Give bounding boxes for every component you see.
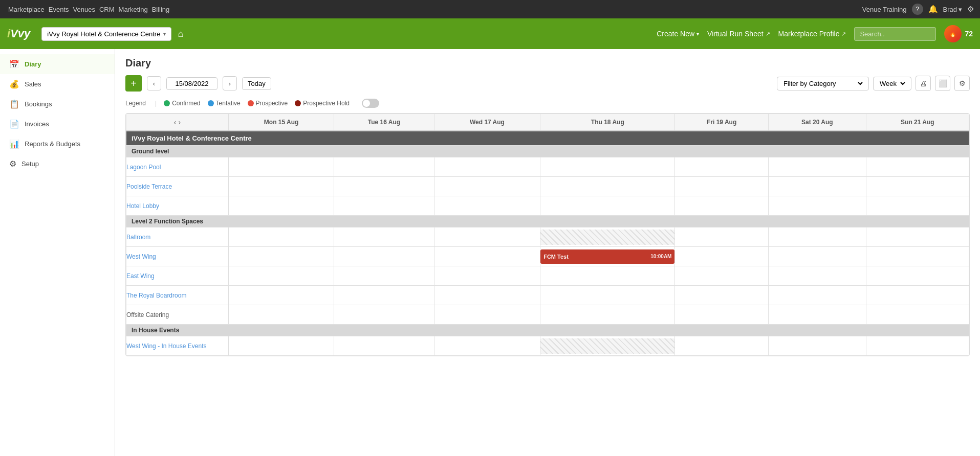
cal-cell[interactable] bbox=[675, 266, 768, 286]
cal-cell[interactable] bbox=[768, 286, 866, 305]
cal-cell[interactable] bbox=[229, 157, 334, 177]
cal-cell[interactable] bbox=[675, 196, 768, 216]
sidebar-item-reports--budgets[interactable]: 📊 Reports & Budgets bbox=[0, 134, 115, 154]
cal-cell[interactable] bbox=[434, 266, 540, 286]
top-nav-link-events[interactable]: Events bbox=[47, 2, 71, 17]
cal-cell[interactable] bbox=[334, 177, 434, 196]
cal-cell[interactable] bbox=[675, 157, 768, 177]
cal-cell[interactable] bbox=[540, 266, 675, 286]
cal-cell[interactable] bbox=[866, 336, 969, 356]
cal-cell[interactable] bbox=[434, 247, 540, 266]
top-nav-link-crm[interactable]: CRM bbox=[97, 2, 117, 17]
cal-cell[interactable] bbox=[540, 177, 675, 196]
next-date-button[interactable]: › bbox=[223, 76, 237, 90]
bell-icon[interactable]: 🔔 bbox=[928, 5, 938, 14]
sidebar-item-bookings[interactable]: 📋 Bookings bbox=[0, 94, 115, 114]
cal-cell[interactable] bbox=[434, 227, 540, 247]
prev-date-button[interactable]: ‹ bbox=[147, 76, 161, 90]
cal-cell[interactable] bbox=[334, 305, 434, 325]
cal-cell[interactable] bbox=[768, 305, 866, 325]
cal-cell[interactable] bbox=[334, 336, 434, 356]
cal-cell[interactable] bbox=[866, 305, 969, 325]
cal-cell[interactable] bbox=[768, 336, 866, 356]
cal-cell[interactable] bbox=[334, 227, 434, 247]
cal-cell[interactable] bbox=[540, 336, 675, 356]
cal-cell[interactable] bbox=[229, 177, 334, 196]
cal-cell[interactable] bbox=[434, 336, 540, 356]
legend-toggle[interactable] bbox=[362, 99, 379, 108]
export-button[interactable]: ⬜ bbox=[935, 76, 950, 91]
cal-cell[interactable] bbox=[434, 196, 540, 216]
cal-cell[interactable] bbox=[229, 196, 334, 216]
cal-cell[interactable] bbox=[229, 305, 334, 325]
cal-next-arrow[interactable]: › bbox=[179, 118, 181, 126]
cal-cell[interactable] bbox=[675, 336, 768, 356]
cal-cell[interactable] bbox=[434, 305, 540, 325]
cal-cell[interactable] bbox=[675, 305, 768, 325]
toggle-switch[interactable] bbox=[362, 99, 379, 108]
cal-cell[interactable] bbox=[334, 266, 434, 286]
cal-cell[interactable] bbox=[768, 196, 866, 216]
filter-category-dropdown[interactable]: Filter by Category Option 1 Option 2 bbox=[781, 79, 864, 88]
cal-cell[interactable] bbox=[434, 177, 540, 196]
view-dropdown[interactable]: Week Day Month bbox=[878, 79, 907, 88]
top-nav-link-venues[interactable]: Venues bbox=[71, 2, 97, 17]
settings-gear-icon[interactable]: ⚙ bbox=[967, 5, 974, 14]
sidebar-item-sales[interactable]: 💰 Sales bbox=[0, 74, 115, 94]
today-button[interactable]: Today bbox=[242, 77, 271, 90]
cal-cell[interactable] bbox=[675, 286, 768, 305]
add-button[interactable]: + bbox=[125, 75, 142, 92]
cal-cell[interactable] bbox=[229, 336, 334, 356]
top-nav-link-marketing[interactable]: Marketing bbox=[117, 2, 150, 17]
venue-selector[interactable]: iVvy Royal Hotel & Conference Centre ▾ bbox=[41, 27, 171, 41]
top-nav-link-billing[interactable]: Billing bbox=[150, 2, 172, 17]
cal-cell[interactable] bbox=[675, 177, 768, 196]
filter-category-select[interactable]: Filter by Category Option 1 Option 2 bbox=[777, 77, 869, 90]
cal-cell[interactable] bbox=[866, 196, 969, 216]
user-menu[interactable]: Brad ▾ bbox=[943, 6, 962, 13]
cal-cell[interactable] bbox=[768, 227, 866, 247]
cal-cell[interactable] bbox=[229, 266, 334, 286]
cal-cell[interactable] bbox=[866, 247, 969, 266]
cal-cell[interactable] bbox=[229, 227, 334, 247]
cal-cell[interactable] bbox=[434, 157, 540, 177]
search-input[interactable] bbox=[854, 27, 936, 41]
cal-cell[interactable] bbox=[334, 247, 434, 266]
cal-cell[interactable] bbox=[540, 286, 675, 305]
cal-cell[interactable] bbox=[540, 305, 675, 325]
cal-cell[interactable] bbox=[768, 177, 866, 196]
create-new-button[interactable]: Create New ▾ bbox=[657, 30, 699, 38]
home-icon[interactable]: ⌂ bbox=[178, 29, 183, 39]
cal-cell[interactable] bbox=[675, 247, 768, 266]
sidebar-item-setup[interactable]: ⚙ Setup bbox=[0, 154, 115, 174]
print-button[interactable]: 🖨 bbox=[916, 76, 931, 91]
cal-cell[interactable] bbox=[768, 157, 866, 177]
cal-cell[interactable] bbox=[540, 196, 675, 216]
settings-button[interactable]: ⚙ bbox=[954, 76, 970, 91]
cal-cell[interactable] bbox=[540, 157, 675, 177]
help-icon[interactable]: ? bbox=[912, 4, 923, 15]
view-select[interactable]: Week Day Month bbox=[873, 77, 911, 90]
cal-cell[interactable] bbox=[334, 157, 434, 177]
top-nav-link-marketplace[interactable]: Marketplace bbox=[6, 2, 47, 17]
sidebar-item-invoices[interactable]: 📄 Invoices bbox=[0, 114, 115, 134]
cal-cell[interactable] bbox=[866, 157, 969, 177]
cal-prev-arrow[interactable]: ‹ bbox=[174, 118, 177, 126]
marketplace-profile-button[interactable]: Marketplace Profile ↗ bbox=[778, 30, 846, 38]
sidebar-item-diary[interactable]: 📅 Diary bbox=[0, 54, 115, 74]
room-name-link[interactable]: The Royal Boardroom bbox=[126, 292, 186, 299]
cal-cell[interactable] bbox=[540, 227, 675, 247]
cal-cell[interactable] bbox=[866, 227, 969, 247]
cal-cell[interactable] bbox=[768, 247, 866, 266]
event-block[interactable]: FCM Test 10:00AM bbox=[540, 249, 674, 264]
cal-cell[interactable] bbox=[229, 286, 334, 305]
virtual-run-sheet-button[interactable]: Virtual Run Sheet ↗ bbox=[707, 30, 770, 38]
cal-cell[interactable] bbox=[675, 227, 768, 247]
cal-cell[interactable] bbox=[866, 177, 969, 196]
cal-cell[interactable] bbox=[334, 286, 434, 305]
cal-cell[interactable]: FCM Test 10:00AM bbox=[540, 247, 675, 266]
cal-cell[interactable] bbox=[434, 286, 540, 305]
cal-cell[interactable] bbox=[866, 266, 969, 286]
cal-cell[interactable] bbox=[768, 266, 866, 286]
cal-cell[interactable] bbox=[334, 196, 434, 216]
